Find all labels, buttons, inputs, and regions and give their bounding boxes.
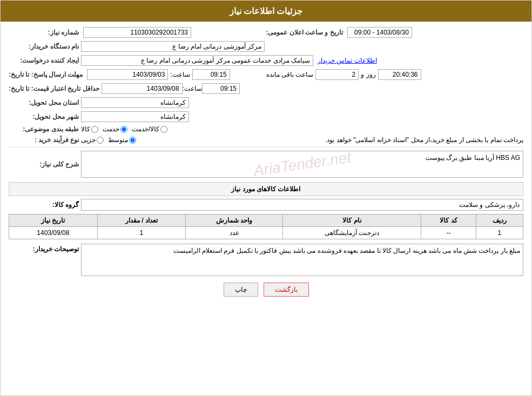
countdown-label: ساعت باقی مانده bbox=[266, 71, 314, 78]
tabi-khadamat-label[interactable]: خدمت bbox=[103, 125, 127, 133]
page-header: جزئیات اطلاعات نیاز bbox=[1, 1, 531, 22]
table-header-row: ردیف کد کالا نام کالا واحد شمارش تعداد /… bbox=[9, 214, 523, 227]
row-shomare-tarikh: 1403/08/30 - 09:00 تاریخ و ساعت اعلان عم… bbox=[9, 27, 523, 38]
countdown-col: 20:40:36 روز و 2 ساعت باقی مانده bbox=[266, 69, 524, 80]
main-content: 1403/08/30 - 09:00 تاریخ و ساعت اعلان عم… bbox=[1, 22, 531, 308]
noe-motovaset-text: متوسط bbox=[108, 136, 128, 144]
row-sharh: AriaTender.net HBS AG آریا مبنا طبق برگ … bbox=[9, 151, 523, 178]
tabi-kala-khadamat-text: کالا/خدمت bbox=[132, 125, 159, 133]
description-textarea[interactable] bbox=[81, 244, 523, 276]
col-radif: ردیف bbox=[476, 214, 523, 227]
row-namdastgah: مرکز آموزشی درمانی امام رضا ع نام دستگاه… bbox=[9, 41, 523, 52]
col-nam: نام کالا bbox=[283, 214, 421, 227]
tabi-kala-khadamat-label[interactable]: کالا/خدمت bbox=[132, 125, 167, 133]
divider1 bbox=[9, 147, 523, 147]
col-tedad: تعداد / مقدار bbox=[97, 214, 186, 227]
col-vahed: واحد شمارش bbox=[186, 214, 283, 227]
row-ostan: کرمانشاه استان محل تحویل: bbox=[9, 97, 523, 108]
col-kod: کد کالا bbox=[421, 214, 476, 227]
row-tarikh-ersal: 20:40:36 روز و 2 ساعت باقی مانده 09:15 س… bbox=[9, 69, 523, 80]
table-cell: دترجنت آزمایشگاهی bbox=[283, 227, 421, 239]
shomare-niaz-value: 1103030292001733 bbox=[83, 27, 191, 38]
noe-motovaset-radio[interactable] bbox=[129, 137, 136, 144]
page-wrapper: جزئیات اطلاعات نیاز 1403/08/30 - 09:00 ت… bbox=[0, 0, 532, 396]
items-table: ردیف کد کالا نام کالا واحد شمارش تعداد /… bbox=[9, 214, 523, 239]
payment-note-text: پرداخت تمام یا بخشی از مبلغ خرید،از محل … bbox=[146, 136, 523, 144]
row-noe-farayand: پرداخت تمام یا بخشی از مبلغ خرید،از محل … bbox=[9, 136, 523, 144]
shahr-label: شهر محل تحویل: bbox=[9, 113, 79, 120]
col-tarikh: تاریخ نیاز bbox=[9, 214, 98, 227]
namdastgah-label: نام دستگاه خریدار: bbox=[9, 43, 79, 50]
tarikh-etebar-time-label: ساعت: bbox=[183, 85, 202, 92]
tabi-label: طبقه بندی موضوعی: bbox=[9, 125, 79, 133]
table-cell: 1 bbox=[476, 227, 523, 239]
shahr-value: کرمانشاه bbox=[81, 111, 189, 122]
tarikh-elan-col: 1403/08/30 - 09:00 تاریخ و ساعت اعلان عم… bbox=[266, 27, 524, 38]
row-tabi: کالا/خدمت خدمت کالا طبقه بندی موضوعی: bbox=[9, 125, 523, 133]
table-head: ردیف کد کالا نام کالا واحد شمارش تعداد /… bbox=[9, 214, 523, 227]
tarikh-ersal-label: مهلت ارسال پاسخ: تا تاریخ: bbox=[9, 71, 83, 78]
namdastgah-value: مرکز آموزشی درمانی امام رضا ع bbox=[81, 41, 265, 52]
table-cell: -- bbox=[421, 227, 476, 239]
noe-jozi-radio[interactable] bbox=[97, 137, 104, 144]
tarikh-etebar-label: حداقل تاریخ اعتبار قیمت: تا تاریخ: bbox=[9, 85, 99, 92]
watermark-sharh: AriaTender.net bbox=[252, 149, 352, 180]
shomare-niaz-label: شماره نیاز: bbox=[9, 29, 79, 36]
tarikh-ersal-time: 09:15 bbox=[192, 69, 230, 80]
tabi-kala-text: کالا bbox=[81, 125, 90, 133]
tabi-kala-khadamat-radio[interactable] bbox=[160, 126, 167, 133]
row-ijadkonande: اطلاعات تماس خریدار سیامک مرادی خدمات عم… bbox=[9, 55, 523, 66]
noe-motovaset-label[interactable]: متوسط bbox=[108, 136, 136, 144]
kala-info-title: اطلاعات کالاهای مورد نیاز bbox=[9, 182, 523, 196]
tarikh-etebar-date: 1403/09/08 bbox=[102, 83, 183, 94]
page-title: جزئیات اطلاعات نیاز bbox=[230, 6, 303, 16]
tarikh-etebar-time: 09:15 bbox=[202, 83, 240, 94]
back-button[interactable]: بازگشت bbox=[264, 283, 309, 297]
noe-farayand-label: نوع فرآیند خرید : bbox=[9, 136, 79, 144]
ijadkonande-value: سیامک مرادی خدمات عمومی مرکز آموزشی درما… bbox=[81, 55, 313, 66]
table-body: 1--دترجنت آزمایشگاهیعدد11403/09/08 bbox=[9, 227, 523, 239]
row-tarikh-etebar: 09:15 ساعت: 1403/09/08 حداقل تاریخ اعتبا… bbox=[9, 83, 523, 94]
tabi-kala-radio[interactable] bbox=[91, 126, 98, 133]
ostan-label: استان محل تحویل: bbox=[9, 99, 79, 106]
table-cell: 1 bbox=[97, 227, 186, 239]
row-shahr: کرمانشاه شهر محل تحویل: bbox=[9, 111, 523, 122]
tabi-khadamat-radio[interactable] bbox=[120, 126, 127, 133]
ostan-value: کرمانشاه bbox=[81, 97, 189, 108]
sharh-label: شرح کلی نیاز: bbox=[9, 160, 79, 168]
tarikh-ersal-date: 1403/09/03 bbox=[87, 69, 168, 80]
tabi-khadamat-text: خدمت bbox=[103, 125, 119, 133]
tarikh-elan-value: 1403/08/30 - 09:00 bbox=[347, 27, 412, 38]
countdown-time: 20:40:36 bbox=[378, 69, 421, 80]
tarikh-ersal-col: 09:15 ساعت: 1403/09/03 مهلت ارسال پاسخ: … bbox=[9, 69, 266, 80]
sharh-box: AriaTender.net HBS AG آریا مبنا طبق برگ … bbox=[81, 151, 523, 178]
group-kala-value: دارو، پزشکی و سلامت bbox=[81, 199, 523, 211]
noe-farayand-radio-group: پرداخت تمام یا بخشی از مبلغ خرید،از محل … bbox=[81, 136, 523, 144]
tarikh-ersal-time-label: ساعت: bbox=[170, 71, 190, 78]
table-cell: 1403/09/08 bbox=[9, 227, 98, 239]
countdown-roz-label: روز و bbox=[361, 71, 375, 78]
countdown-roz: 2 bbox=[315, 69, 359, 80]
row-group-kala: دارو، پزشکی و سلامت گروه کالا: bbox=[9, 199, 523, 211]
group-kala-label: گروه کالا: bbox=[9, 201, 79, 209]
print-button[interactable]: چاپ bbox=[224, 283, 258, 297]
tabi-radio-group: کالا/خدمت خدمت کالا bbox=[81, 125, 167, 133]
description-label: توصیحات خریدار: bbox=[9, 244, 79, 253]
table-cell: عدد bbox=[186, 227, 283, 239]
ijadkonande-label: ایجاد کننده درخواست: bbox=[9, 57, 79, 64]
row-description: توصیحات خریدار: bbox=[9, 244, 523, 276]
noe-jozi-label[interactable]: جزیی bbox=[81, 136, 104, 144]
table-row: 1--دترجنت آزمایشگاهیعدد11403/09/08 bbox=[9, 227, 523, 239]
noe-jozi-text: جزیی bbox=[81, 136, 96, 144]
sharh-value: HBS AG آریا مبنا طبق برگ پیوست bbox=[426, 154, 520, 162]
ettelaat-tamas-link[interactable]: اطلاعات تماس خریدار bbox=[318, 57, 377, 64]
buttons-row: بازگشت چاپ bbox=[9, 283, 523, 297]
tarikh-elan-label: تاریخ و ساعت اعلان عمومی: bbox=[266, 29, 343, 36]
shomare-niaz-col: 1103030292001733 شماره نیاز: bbox=[9, 27, 266, 38]
tabi-kala-label[interactable]: کالا bbox=[81, 125, 98, 133]
